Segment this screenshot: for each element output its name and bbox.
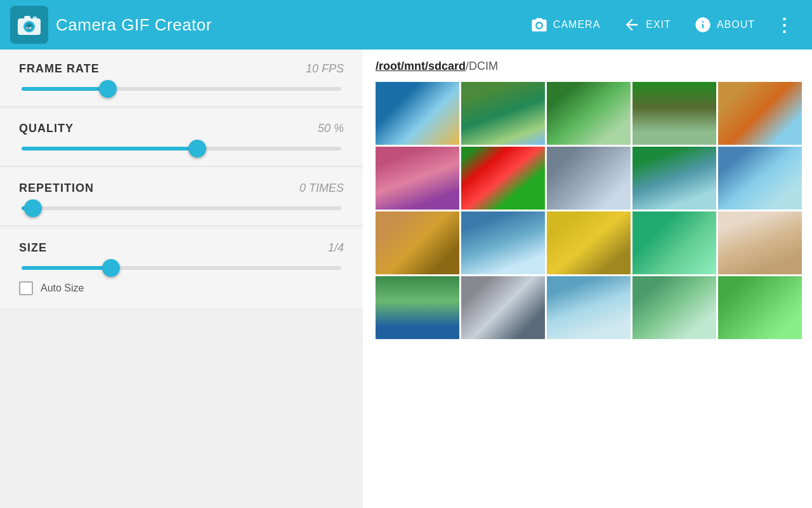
file-browser-panel: /root/mnt/sdcard/DCIM	[363, 50, 812, 508]
about-button[interactable]: ABOUT	[684, 11, 765, 39]
quality-section: QUALITY 50 %	[0, 109, 363, 166]
main-content: FRAME RATE 10 FPS QUALITY 50 % REPETITIO…	[0, 50, 812, 508]
size-header: SIZE 1/4	[19, 241, 344, 255]
frame-rate-section: FRAME RATE 10 FPS	[0, 50, 363, 107]
repetition-value: 0 TIMES	[299, 182, 344, 195]
list-item[interactable]	[632, 147, 716, 210]
svg-rect-5	[24, 16, 30, 19]
quality-fill	[22, 147, 197, 150]
app-title: Camera GIF Creator	[56, 15, 520, 35]
list-item[interactable]	[376, 276, 459, 339]
repetition-thumb[interactable]	[24, 199, 42, 217]
list-item[interactable]	[632, 211, 716, 274]
size-label: SIZE	[19, 241, 47, 255]
auto-size-row: Auto Size	[19, 281, 344, 295]
frame-rate-label: FRAME RATE	[19, 62, 100, 76]
header-actions: CAMERA EXIT ABOUT ⋮	[520, 10, 802, 41]
list-item[interactable]	[718, 276, 802, 339]
list-item[interactable]	[547, 82, 631, 145]
auto-size-checkbox[interactable]	[19, 281, 33, 295]
quality-thumb[interactable]	[188, 140, 206, 157]
app-header: GIF Camera GIF Creator CAMERA EXIT ABO	[0, 0, 812, 50]
repetition-label: REPETITION	[19, 182, 94, 195]
list-item[interactable]	[461, 276, 545, 339]
breadcrumb-rest: /DCIM	[466, 60, 498, 72]
list-item[interactable]	[632, 82, 716, 145]
camera-label: CAMERA	[553, 19, 600, 30]
frame-rate-header: FRAME RATE 10 FPS	[19, 62, 344, 76]
settings-panel: FRAME RATE 10 FPS QUALITY 50 % REPETITIO…	[0, 50, 363, 508]
breadcrumb: /root/mnt/sdcard/DCIM	[376, 60, 802, 73]
list-item[interactable]	[632, 276, 716, 339]
exit-label: EXIT	[646, 19, 671, 30]
list-item[interactable]	[461, 211, 545, 274]
app-logo: GIF	[10, 6, 48, 44]
list-item[interactable]	[718, 147, 802, 210]
svg-rect-6	[33, 17, 37, 19]
list-item[interactable]	[376, 82, 459, 145]
about-label: ABOUT	[717, 19, 755, 30]
list-item[interactable]	[547, 211, 631, 274]
svg-text:GIF: GIF	[26, 26, 32, 30]
quality-value: 50 %	[318, 122, 344, 135]
list-item[interactable]	[718, 211, 802, 274]
repetition-track[interactable]	[22, 206, 341, 210]
list-item[interactable]	[461, 147, 545, 210]
list-item[interactable]	[461, 82, 545, 145]
repetition-section: REPETITION 0 TIMES	[0, 169, 363, 226]
quality-header: QUALITY 50 %	[19, 122, 344, 135]
list-item[interactable]	[718, 82, 802, 145]
list-item[interactable]	[547, 276, 631, 339]
svg-point-7	[537, 23, 541, 28]
frame-rate-track[interactable]	[22, 87, 341, 91]
camera-icon	[530, 16, 548, 34]
size-section: SIZE 1/4 Auto Size	[0, 229, 363, 308]
quality-track[interactable]	[22, 147, 341, 150]
image-grid	[376, 82, 802, 339]
frame-rate-value: 10 FPS	[306, 62, 344, 76]
frame-rate-thumb[interactable]	[99, 80, 117, 98]
list-item[interactable]	[547, 147, 631, 210]
info-icon	[694, 16, 712, 34]
exit-button[interactable]: EXIT	[613, 11, 681, 39]
frame-rate-fill	[22, 87, 108, 91]
size-value: 1/4	[328, 241, 344, 255]
repetition-header: REPETITION 0 TIMES	[19, 182, 344, 195]
size-track[interactable]	[22, 266, 341, 270]
quality-label: QUALITY	[19, 122, 74, 135]
camera-button[interactable]: CAMERA	[520, 11, 610, 39]
size-thumb[interactable]	[102, 259, 120, 277]
list-item[interactable]	[376, 147, 459, 210]
logo-icon: GIF	[15, 11, 43, 39]
size-fill	[22, 266, 111, 270]
exit-icon	[623, 16, 641, 34]
breadcrumb-bold: /root/mnt/sdcard	[376, 60, 466, 72]
list-item[interactable]	[376, 211, 459, 274]
auto-size-label: Auto Size	[41, 283, 84, 294]
more-options-button[interactable]: ⋮	[768, 10, 802, 41]
